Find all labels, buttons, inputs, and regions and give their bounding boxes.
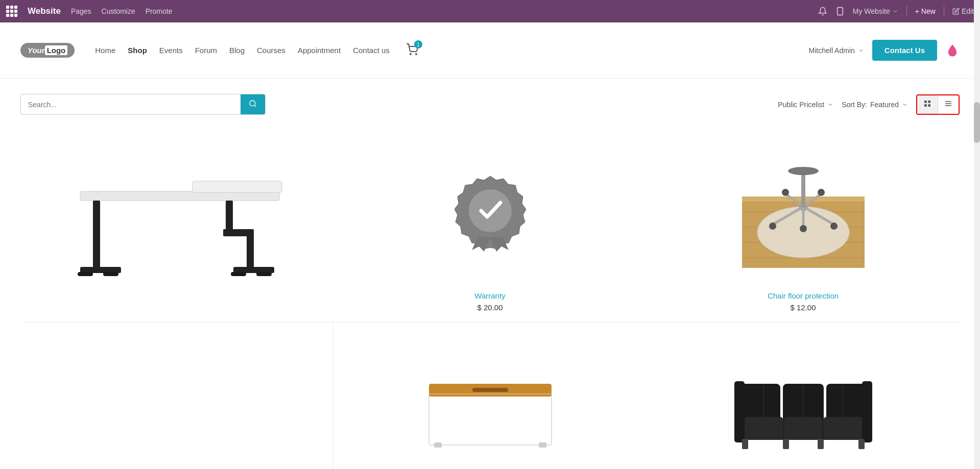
sort-dropdown[interactable]: Sort By: Featured [842,101,908,109]
admin-nav-pages[interactable]: Pages [71,7,91,15]
logo-your: Your [28,46,45,55]
logo[interactable]: YourLogo [20,43,75,58]
mobile-icon[interactable] [835,7,845,16]
svg-rect-50 [434,442,442,448]
nav-forum[interactable]: Forum [195,46,217,55]
logo-area[interactable]: YourLogo [20,43,75,58]
edit-label: Edit [962,7,974,15]
product-card-warranty[interactable]: Warranty $ 20.00 [333,130,647,323]
scrollbar-thumb[interactable] [974,102,980,143]
main-content: Public Pricelist Sort By: Featured [0,79,980,469]
website-nav: YourLogo Home Shop Events Forum Blog Cou… [0,22,980,79]
sort-area: Public Pricelist Sort By: Featured [778,94,960,115]
svg-point-2 [410,54,411,55]
product-price-chair-floor: $ 12.00 [790,303,816,312]
svg-rect-57 [862,381,872,442]
admin-nav-promote[interactable]: Promote [146,7,173,15]
svg-point-43 [800,225,807,232]
svg-point-3 [416,54,417,55]
admin-brand[interactable]: Website [28,6,61,16]
admin-bar-right: My Website + New Edit [818,6,974,16]
grid-view-button[interactable] [917,95,938,114]
search-button[interactable] [241,94,265,114]
admin-nav-customize[interactable]: Customize [102,7,135,15]
admin-bar-left: Website Pages Customize Promote [6,6,810,17]
svg-rect-22 [231,272,246,276]
svg-rect-23 [256,272,272,276]
cart-icon[interactable]: 1 [406,43,418,57]
cart-badge: 1 [414,40,422,48]
svg-rect-9 [928,104,930,107]
svg-rect-56 [734,381,745,442]
svg-rect-44 [801,171,805,208]
svg-rect-20 [247,234,254,272]
svg-rect-46 [429,394,552,445]
product-grid: Warranty $ 20.00 [20,130,960,469]
svg-rect-16 [78,272,93,276]
svg-rect-8 [924,104,927,107]
svg-rect-61 [742,439,748,449]
pricelist-label: Public Pricelist [778,101,824,109]
svg-rect-24 [193,181,282,192]
sort-by-label: Sort By: [842,101,867,109]
edit-button[interactable]: Edit [952,7,974,15]
svg-rect-6 [924,101,927,103]
search-input[interactable] [21,95,241,114]
nav-blog[interactable]: Blog [229,46,245,55]
svg-point-4 [250,101,255,106]
scrollbar[interactable] [974,0,980,469]
svg-rect-64 [818,439,824,449]
svg-rect-62 [858,439,865,449]
svg-point-45 [788,167,819,175]
nav-events[interactable]: Events [159,46,183,55]
my-website-dropdown[interactable]: My Website [853,7,898,15]
nav-shop[interactable]: Shop [128,46,147,55]
product-card-cable-box[interactable] [333,323,647,469]
shop-toolbar: Public Pricelist Sort By: Featured [20,94,960,115]
nav-right: Mitchell Admin Contact Us [809,40,960,61]
svg-rect-14 [93,201,100,272]
admin-separator-2 [944,6,944,16]
svg-rect-17 [103,272,118,276]
logo-logo: Logo [45,45,68,55]
product-name-warranty: Warranty [474,291,505,300]
svg-rect-60 [824,417,862,440]
svg-rect-51 [539,442,546,448]
svg-point-39 [769,223,776,230]
svg-rect-59 [784,417,822,440]
nav-appointment[interactable]: Appointment [298,46,341,55]
nav-contact-us[interactable]: Contact us [353,46,390,55]
svg-rect-13 [80,191,279,201]
product-name-chair-floor: Chair floor protection [768,291,839,300]
admin-user-name: Mitchell Admin [809,46,855,55]
svg-rect-7 [928,101,930,103]
admin-separator-1 [906,6,907,16]
new-label: New [921,7,936,15]
svg-point-42 [782,189,789,196]
new-button[interactable]: + New [915,7,936,15]
svg-rect-58 [745,417,783,440]
list-view-button[interactable] [938,95,959,114]
apps-icon[interactable] [6,6,17,17]
svg-line-5 [254,105,256,107]
nav-home[interactable]: Home [95,46,115,55]
nav-courses[interactable]: Courses [257,46,285,55]
product-card-sofa[interactable] [647,323,960,469]
admin-user-dropdown[interactable]: Mitchell Admin [809,46,864,55]
svg-rect-18 [226,201,233,231]
notification-icon[interactable] [818,7,827,16]
svg-rect-63 [783,439,789,449]
droplet-icon[interactable] [945,43,960,58]
svg-point-40 [830,223,838,230]
contact-us-button[interactable]: Contact Us [872,40,937,61]
view-toggle [916,94,960,115]
product-price-warranty: $ 20.00 [477,303,503,312]
product-image-cable-box [344,333,636,469]
svg-point-25 [469,189,512,232]
product-card-chair-floor[interactable]: Chair floor protection $ 12.00 [647,130,960,323]
search-form [20,94,266,115]
admin-bar: Website Pages Customize Promote My Websi… [0,0,980,22]
product-card-desk[interactable] [20,130,333,323]
pricelist-dropdown[interactable]: Public Pricelist [778,101,833,109]
main-nav: Home Shop Events Forum Blog Courses Appo… [95,43,808,57]
